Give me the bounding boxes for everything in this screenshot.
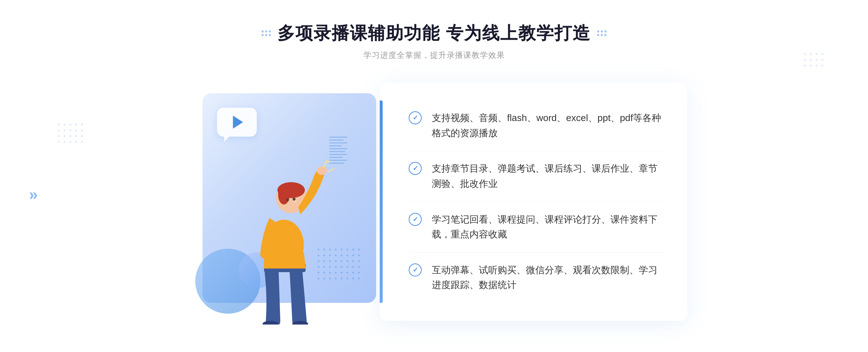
features-panel: ✓支持视频、音频、flash、word、excel、ppt、pdf等各种格式的资… (380, 82, 687, 321)
feature-text-3: 学习笔记回看、课程提问、课程评论打分、课件资料下载，重点内容收藏 (432, 212, 665, 242)
check-circle-2: ✓ (409, 162, 422, 175)
check-circle-1: ✓ (409, 111, 422, 124)
feature-text-2: 支持章节目录、弹题考试、课后练习、课后作业、章节测验、批改作业 (432, 161, 665, 191)
content-section: ✓支持视频、音频、flash、word、excel、ppt、pdf等各种格式的资… (181, 79, 687, 325)
feature-item-4: ✓互动弹幕、试听购买、微信分享、观看次数限制、学习进度跟踪、数据统计 (409, 253, 665, 303)
svg-line-12 (328, 168, 335, 172)
dot-grid-right (597, 30, 607, 36)
main-content: 多项录播课辅助功能 专为线上教学打造 学习进度全掌握，提升录播课教学效果 (0, 0, 868, 352)
svg-point-10 (293, 198, 295, 201)
play-bubble-shape (217, 108, 257, 137)
svg-point-9 (286, 198, 289, 201)
check-circle-3: ✓ (409, 213, 422, 226)
bg-dots-2 (804, 53, 825, 68)
check-icon-3: ✓ (409, 213, 422, 226)
play-bubble (217, 108, 260, 142)
check-circle-4: ✓ (409, 263, 422, 276)
title-row: 多项录播课辅助功能 专为线上教学打造 (261, 22, 606, 45)
illustration-wrapper (181, 79, 391, 325)
feature-item-1: ✓支持视频、音频、flash、word、excel、ppt、pdf等各种格式的资… (409, 100, 665, 151)
page-left-arrow: » (29, 185, 38, 203)
check-mark-4: ✓ (413, 267, 418, 273)
header-section: 多项录播课辅助功能 专为线上教学打造 学习进度全掌握，提升录播课教学效果 (261, 22, 606, 61)
check-icon-2: ✓ (409, 162, 422, 175)
check-mark-2: ✓ (413, 165, 418, 172)
check-icon-4: ✓ (409, 263, 422, 276)
features-list: ✓支持视频、音频、flash、word、excel、ppt、pdf等各种格式的资… (409, 100, 665, 303)
main-title: 多项录播课辅助功能 专为线上教学打造 (277, 22, 590, 45)
title-dots-left (261, 30, 271, 36)
svg-line-13 (325, 161, 331, 163)
page-container: » 多项录播课辅助功能 专为线上教学打造 学习进度 (0, 0, 868, 352)
feature-item-2: ✓支持章节目录、弹题考试、课后练习、课后作业、章节测验、批改作业 (409, 151, 665, 202)
check-mark-3: ✓ (413, 216, 418, 223)
dot-grid-left (261, 30, 271, 36)
feature-text-4: 互动弹幕、试听购买、微信分享、观看次数限制、学习进度跟踪、数据统计 (432, 263, 665, 293)
check-icon-1: ✓ (409, 111, 422, 124)
svg-point-3 (278, 184, 290, 205)
play-bubble-tail (224, 136, 230, 142)
play-icon (233, 116, 243, 129)
title-dots-right (597, 30, 607, 36)
bg-dots-1 (58, 124, 84, 144)
feature-text-1: 支持视频、音频、flash、word、excel、ppt、pdf等各种格式的资源… (432, 111, 665, 141)
svg-line-11 (324, 160, 327, 167)
subtitle: 学习进度全掌握，提升录播课教学效果 (363, 50, 505, 61)
check-mark-1: ✓ (413, 115, 418, 121)
svg-point-4 (317, 166, 327, 175)
feature-item-3: ✓学习笔记回看、课程提问、课程评论打分、课件资料下载，重点内容收藏 (409, 202, 665, 253)
person-illustration (228, 147, 344, 325)
